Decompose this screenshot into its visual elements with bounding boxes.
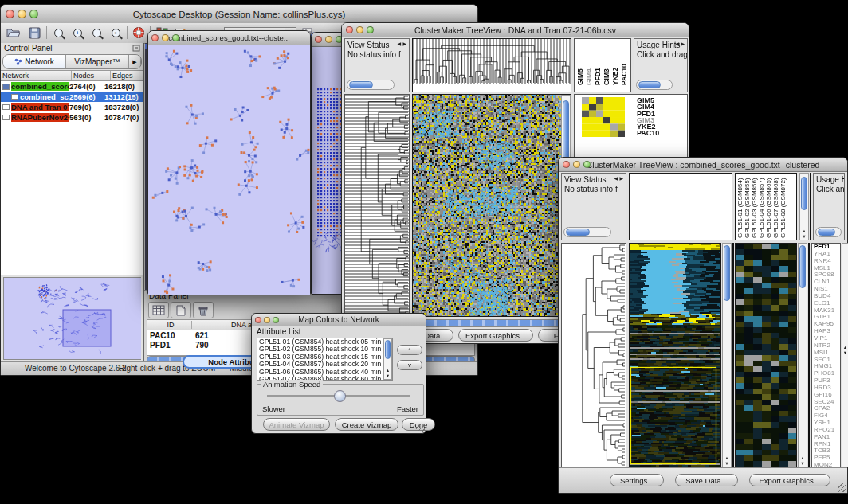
network-row[interactable]: combined_sco 2569(6) 13112(15) <box>1 92 143 102</box>
resize-grip[interactable] <box>838 483 846 492</box>
labels-vscrollbar[interactable]: ▲ ▼ <box>799 173 809 240</box>
close-button[interactable] <box>255 317 261 323</box>
heatmap-column-label: GPL51-02 (GSM855) <box>744 174 751 238</box>
heatmap-column-label: GPL51-08 (GSM872) <box>779 174 787 238</box>
tab-network[interactable]: Network <box>3 55 66 68</box>
minimize-button[interactable] <box>264 317 270 323</box>
delete-attribute-button[interactable] <box>193 302 214 318</box>
minimize-button[interactable] <box>325 36 332 43</box>
new-attribute-button[interactable] <box>171 302 191 318</box>
close-button[interactable] <box>346 26 353 33</box>
scroll-down-arrow[interactable]: ▼ <box>799 461 807 467</box>
row-dendrogram-canvas[interactable] <box>562 244 626 467</box>
usage-hints-hscrollbar[interactable] <box>636 80 673 90</box>
heatmap-column-label: GIM4 <box>585 39 593 85</box>
close-button[interactable] <box>6 10 14 18</box>
gene-label[interactable]: MON2 <box>812 462 840 467</box>
minimize-button[interactable] <box>18 10 26 18</box>
network-canvas[interactable] <box>148 45 310 295</box>
resize-grip[interactable] <box>416 424 425 432</box>
view-status-hscrollbar[interactable] <box>563 227 611 237</box>
yellow-matrix-canvas[interactable] <box>582 97 625 137</box>
column-dendrogram-canvas[interactable] <box>413 39 571 84</box>
overflow-arrow-icon: ▶ <box>132 59 136 65</box>
attribute-list-vscrollbar[interactable]: ▲ ▼ <box>383 338 392 380</box>
network-overview-canvas[interactable] <box>4 278 141 359</box>
close-button[interactable] <box>563 161 570 168</box>
treeview2-action-button[interactable]: Export Graphics... <box>749 474 830 486</box>
network-overview-panel[interactable] <box>3 277 141 360</box>
create-vizmap-button[interactable]: Create Vizmap <box>335 418 398 431</box>
tab-vizmapper[interactable]: VizMapper™ <box>66 55 129 68</box>
animate-vizmap-button[interactable]: Animate Vizmap <box>263 418 330 431</box>
col-network[interactable]: Network <box>1 71 72 80</box>
network-row[interactable]: RNAPuberNov2+ 563(0) 107847(0) <box>1 112 143 123</box>
global-heatmap-canvas[interactable] <box>630 244 720 467</box>
row-dendrogram-canvas[interactable] <box>345 95 409 316</box>
minimize-button[interactable] <box>162 34 169 41</box>
zoom-fit-button[interactable]: ▫ <box>108 25 124 40</box>
scroll-left-arrow[interactable]: ◀ <box>397 39 401 90</box>
scroll-down-arrow[interactable]: ▼ <box>723 461 731 467</box>
main-title-bar[interactable]: Cytoscape Desktop (Session Name: collins… <box>1 5 477 24</box>
zoom-heatmap-canvas[interactable] <box>736 244 796 467</box>
col-nodes[interactable]: Nodes <box>72 71 111 80</box>
scroll-left-arrow[interactable]: ◀ <box>675 39 679 90</box>
treeview2-action-button[interactable]: Settings... <box>610 474 664 486</box>
close-button[interactable] <box>151 34 159 41</box>
scroll-up-arrow[interactable]: ▲ <box>723 455 731 461</box>
open-session-button[interactable] <box>6 25 22 40</box>
view-status-hscrollbar[interactable] <box>347 80 395 90</box>
treeview2-title-bar[interactable]: ClusterMaker TreeView : combined_scores_… <box>559 158 847 172</box>
dialog-title-bar[interactable]: Map Colors to Network <box>252 314 426 326</box>
gene-list-vscrollbar[interactable]: ▲ ▼ <box>842 243 848 467</box>
zoom-button[interactable] <box>29 10 38 18</box>
scroll-down-arrow[interactable]: ▼ <box>384 373 391 379</box>
heatmap-vscrollbar[interactable]: ▲ ▼ <box>722 243 732 467</box>
save-session-button[interactable] <box>26 25 42 40</box>
usage-hints-hscrollbar[interactable] <box>815 227 842 237</box>
scroll-up-arrow[interactable]: ▲ <box>384 368 391 373</box>
zoom-button[interactable] <box>583 161 591 168</box>
close-button[interactable] <box>315 36 322 43</box>
minimize-button[interactable] <box>573 161 580 168</box>
heatmap-column-label: GIM3 <box>603 39 610 85</box>
scroll-left-arrow[interactable]: ◀ <box>614 174 618 237</box>
zoom-button[interactable] <box>273 317 279 323</box>
zoom-button[interactable] <box>367 26 374 33</box>
move-down-button[interactable]: v <box>397 360 422 370</box>
zoom-vscrollbar[interactable]: ▲ ▼ <box>798 243 807 467</box>
zoom-in-button[interactable]: + <box>69 25 85 40</box>
network-row[interactable]: DNA and Tran 07 769(0) 183728(0) <box>1 102 143 112</box>
scroll-right-arrow[interactable]: ▶ <box>681 39 685 90</box>
scroll-down-arrow[interactable]: ▼ <box>800 234 808 240</box>
column-dendrogram-panel <box>412 38 571 92</box>
network-row[interactable]: combined_scores_ 2764(0) 16218(0) <box>1 81 143 92</box>
scroll-up-arrow[interactable]: ▲ <box>799 455 807 461</box>
heatmap-column-label: GPL51-06 (GSM865) <box>765 174 772 238</box>
float-panel-icon[interactable] <box>132 45 140 52</box>
scroll-up-arrow[interactable]: ▲ <box>800 229 808 234</box>
minimize-button[interactable] <box>356 26 363 33</box>
tabs-overflow-button[interactable]: ▶ <box>129 55 141 68</box>
treeview2-action-button[interactable]: Save Data... <box>675 474 737 486</box>
scroll-up-arrow[interactable]: ▲ <box>842 345 848 350</box>
scroll-down-arrow[interactable]: ▼ <box>842 350 848 356</box>
scroll-right-arrow[interactable]: ▶ <box>619 174 623 237</box>
column-tree-panel[interactable] <box>629 173 732 240</box>
tv1-export-graphics-button[interactable]: Export Graphics... <box>458 329 533 342</box>
network-view-title-bar[interactable]: combined_scores_good.txt--cluste... <box>148 31 310 45</box>
treeview1-hscrollbar[interactable] <box>412 319 571 327</box>
col-edges[interactable]: Edges <box>111 71 143 80</box>
slider-thumb[interactable] <box>334 390 346 402</box>
zoom-button[interactable] <box>172 34 179 41</box>
id-column-header[interactable]: ID <box>147 321 192 329</box>
zoom-selected-button[interactable] <box>88 25 104 40</box>
move-up-button[interactable]: ^ <box>397 345 422 355</box>
scroll-right-arrow[interactable]: ▶ <box>402 39 406 90</box>
attribute-select-button[interactable] <box>148 302 169 318</box>
help-button[interactable] <box>131 25 147 40</box>
heatmap-canvas[interactable] <box>413 95 561 316</box>
zoom-out-button[interactable]: − <box>50 25 66 40</box>
treeview1-title-bar[interactable]: ClusterMaker TreeView : DNA and Tran 07-… <box>342 23 689 37</box>
